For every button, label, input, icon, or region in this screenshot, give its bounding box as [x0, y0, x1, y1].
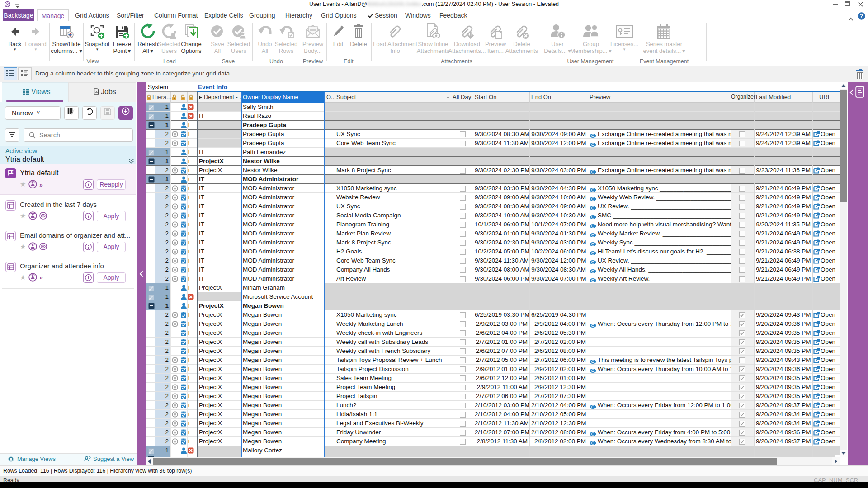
svg-text:?: ? [860, 13, 863, 19]
